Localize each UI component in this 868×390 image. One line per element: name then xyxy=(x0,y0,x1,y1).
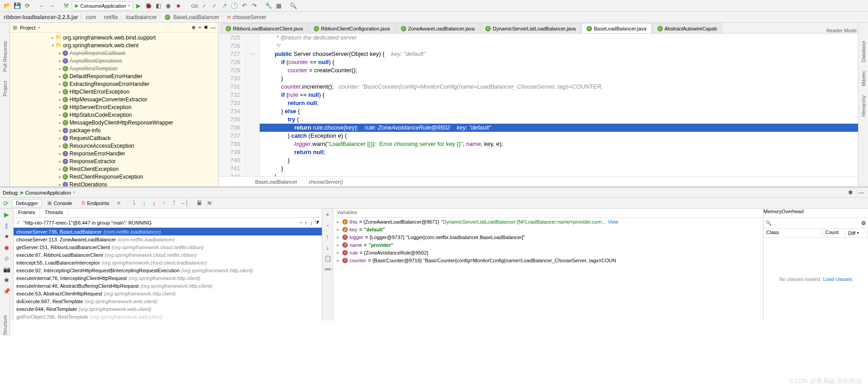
debug-config-name[interactable]: ConsumeApplication xyxy=(25,190,71,195)
search-icon[interactable]: 🔍 xyxy=(289,1,298,10)
step-into-icon[interactable]: ↓ xyxy=(140,199,148,207)
bc-4[interactable]: BaseLoadBalancer xyxy=(173,14,219,20)
bc-1[interactable]: com xyxy=(86,14,96,20)
drop-frame-icon[interactable]: ⤴ xyxy=(170,199,178,207)
frame-row[interactable]: doExecute:687, RestTemplate(org.springfr… xyxy=(14,297,322,305)
tree-item[interactable]: ▸CHttpStatusCodeException xyxy=(10,111,218,119)
project-select-icon[interactable]: ⊕ xyxy=(192,25,196,30)
trace-icon[interactable]: ≋ xyxy=(206,199,214,207)
project-collapse-icon[interactable]: ÷ xyxy=(198,25,201,30)
tree-item[interactable]: ▸IRequestCallback xyxy=(10,134,218,142)
frame-row[interactable]: getForObject:296, RestTemplate(org.sprin… xyxy=(14,313,322,320)
editor-tab[interactable]: CZoneAwareLoadBalancer.java xyxy=(396,23,480,33)
new-watch-icon[interactable]: ＋ xyxy=(324,210,332,219)
tree-item[interactable]: ▸Ipackage-info xyxy=(10,126,218,134)
back-icon[interactable]: ← xyxy=(37,1,46,10)
load-classes-link[interactable]: Load classes xyxy=(823,276,852,282)
run-config-combo[interactable]: ▶ ConsumeApplication ▾ xyxy=(72,1,133,10)
rail-project[interactable]: Project xyxy=(2,81,8,96)
pin-tab-icon[interactable]: 📌 xyxy=(3,287,11,295)
variable-row[interactable]: ▸f rule = {ZoneAvoidanceRule@9502} xyxy=(333,249,763,256)
debug-icon[interactable]: 🐞 xyxy=(144,1,153,10)
git-history-icon[interactable]: 🕐 xyxy=(230,1,239,10)
rail-structure[interactable]: Structure xyxy=(2,315,8,335)
frame-row[interactable]: execute:92, InterceptingClientHttpReques… xyxy=(14,266,322,274)
tree-item[interactable]: ▸CMessageBodyClientHttpResponseWrapper xyxy=(10,119,218,126)
git-revert-icon[interactable]: ↷ xyxy=(250,1,259,10)
rail-database[interactable]: Database xyxy=(861,41,866,62)
variables-list[interactable]: ▸p this = {ZoneAwareLoadBalancer@9671} "… xyxy=(333,218,763,320)
col-count[interactable]: Count xyxy=(823,229,845,237)
variable-row[interactable]: ▸p this = {ZoneAwareLoadBalancer@9671} "… xyxy=(333,218,763,225)
view-breakpoints-icon[interactable]: ◉ xyxy=(3,243,11,251)
tab-memory[interactable]: Memory xyxy=(764,209,782,217)
frame-row[interactable]: chooseServer:113, ZoneAwareLoadBalancer(… xyxy=(14,235,322,243)
forward-icon[interactable]: → xyxy=(47,1,56,10)
filter-frames-icon[interactable]: ⧩ xyxy=(315,220,319,225)
copy-watch-icon[interactable]: 📋 xyxy=(324,254,332,262)
stop-debug-icon[interactable]: ■ xyxy=(3,232,11,240)
bc-2[interactable]: netflix xyxy=(104,14,118,20)
tab-overhead[interactable]: Overhead xyxy=(782,209,804,217)
tree-item[interactable]: ▸CAsyncRestTemplate xyxy=(10,65,218,72)
frames-list[interactable]: chooseServer:736, BaseLoadBalancer(com.n… xyxy=(14,228,322,320)
stop-icon[interactable]: ■ xyxy=(174,1,183,10)
bc-0[interactable]: ribbon-loadbalancer-2.2.5.jar xyxy=(4,14,78,20)
memory-filter-icon[interactable]: ⚙ xyxy=(861,220,866,226)
tree-item[interactable]: ▸CResourceAccessException xyxy=(10,142,218,150)
memory-search-input[interactable] xyxy=(772,220,861,227)
tree-item[interactable]: ▸IResponseErrorHandler xyxy=(10,150,218,157)
frame-row[interactable]: execute:87, RibbonLoadBalancerClient(org… xyxy=(14,251,322,259)
tree-item[interactable]: ▸CRestClientException xyxy=(10,165,218,173)
rail-pull-requests[interactable]: Pull Requests xyxy=(2,41,8,72)
col-class[interactable]: Class xyxy=(764,229,823,237)
tab-debugger[interactable]: Debugger xyxy=(12,199,42,207)
ed-foot-class[interactable]: BaseLoadBalancer xyxy=(255,179,297,185)
open-icon[interactable]: 📂 xyxy=(3,1,12,10)
debug-more-icon[interactable]: ✱ xyxy=(3,276,11,284)
rail-hierarchy[interactable]: Hierarchy xyxy=(861,95,866,117)
editor-tab[interactable]: CRibbonLoadBalancerClient.java xyxy=(221,23,308,33)
profile-icon[interactable]: ◉ xyxy=(164,1,173,10)
bc-5[interactable]: chooseServer xyxy=(233,14,266,20)
build-icon[interactable]: ⚒ xyxy=(62,1,71,10)
ed-foot-method[interactable]: chooseServer() xyxy=(309,179,343,185)
frame-row[interactable]: executeInternal:48, AbstractBufferingCli… xyxy=(14,282,322,290)
project-hide-icon[interactable]: — xyxy=(211,25,216,30)
force-step-into-icon[interactable]: ↓ xyxy=(150,199,158,207)
up-watch-icon[interactable]: ↑ xyxy=(324,232,332,240)
editor-tab[interactable]: CDynamicServerListLoadBalancer.java xyxy=(480,23,581,33)
evaluate-icon[interactable]: 🖩 xyxy=(196,199,204,207)
resume-icon[interactable]: ▶ xyxy=(3,210,11,219)
tree-item[interactable]: ▸CExtractingResponseErrorHandler xyxy=(10,80,218,88)
prev-frame-icon[interactable]: ↑ xyxy=(305,220,307,225)
variable-row[interactable]: ▸f name = "provider" xyxy=(333,241,763,249)
git-commit-icon[interactable]: ✓ xyxy=(210,1,219,10)
tree-item[interactable]: ▸IAsyncRestOperations xyxy=(10,57,218,65)
chevron-down-icon[interactable]: ▾ xyxy=(300,220,302,225)
frame-row[interactable]: intercept:55, LoadBalancerInterceptor(or… xyxy=(14,259,322,266)
variable-row[interactable]: ▸p key = "default" xyxy=(333,225,763,233)
git-push-icon[interactable]: ↗ xyxy=(220,1,229,10)
refresh-icon[interactable]: ⟳ xyxy=(23,1,32,10)
remove-watch-icon[interactable]: － xyxy=(324,221,332,230)
editor-tab[interactable]: CBaseLoadBalancer.java xyxy=(582,23,651,33)
tree-item[interactable]: ▸IRestOperations xyxy=(10,180,218,186)
frame-row[interactable]: execute:53, AbstractClientHttpRequest(or… xyxy=(14,290,322,297)
editor-tab[interactable]: CAbstractAutowireCapab xyxy=(652,23,722,33)
rerun-icon[interactable]: ⟳ xyxy=(2,199,10,207)
show-watches-icon[interactable]: 👓 xyxy=(324,265,332,273)
frame-row[interactable]: chooseServer:736, BaseLoadBalancer(com.n… xyxy=(14,228,322,235)
project-tree[interactable]: ▸📁org.springframework.web.bind.support▾📁… xyxy=(10,33,218,186)
col-diff[interactable]: Diff▾ xyxy=(845,229,868,237)
editor-body[interactable]: 7257267277287297307317327337347357367377… xyxy=(219,34,868,176)
tree-item[interactable]: ▸IAsyncRequestCallback xyxy=(10,49,218,57)
tab-endpoints[interactable]: ✿Endpoints xyxy=(78,199,113,207)
frame-row[interactable]: executeInternal:76, InterceptingClientHt… xyxy=(14,274,322,282)
git-update-icon[interactable]: ✓ xyxy=(200,1,209,10)
pause-icon[interactable]: ∥ xyxy=(3,221,11,230)
tree-package[interactable]: ▾📁org.springframework.web.client xyxy=(10,41,218,49)
get-thread-dump-icon[interactable]: 📷 xyxy=(3,265,11,273)
step-over-icon[interactable]: ⤵ xyxy=(130,199,138,207)
run-to-cursor-icon[interactable]: →│ xyxy=(180,199,188,207)
